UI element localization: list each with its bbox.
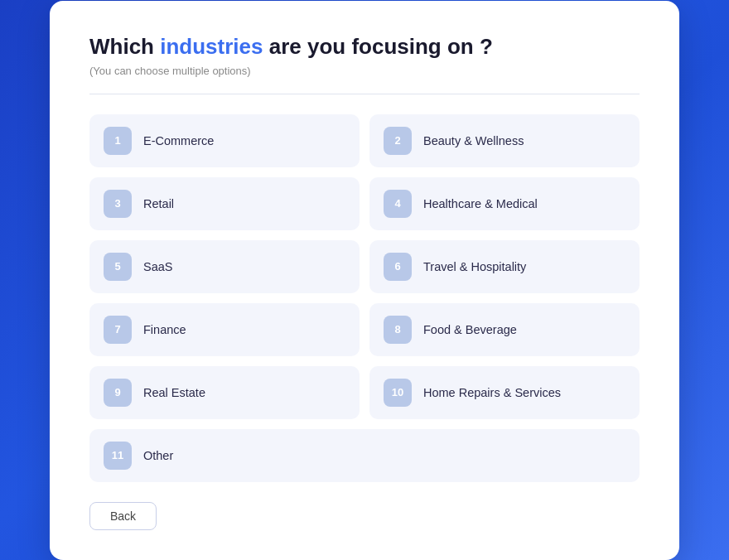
subtitle: (You can choose multiple options) [89, 65, 640, 77]
option-label-9: Real Estate [143, 386, 205, 399]
option-number-4: 4 [384, 190, 412, 218]
option-label-10: Home Repairs & Services [423, 386, 561, 399]
option-number-1: 1 [104, 127, 132, 155]
option-number-2: 2 [384, 127, 412, 155]
option-item-7[interactable]: 7Finance [89, 303, 360, 356]
option-item-6[interactable]: 6Travel & Hospitality [369, 240, 640, 293]
options-grid: 1E-Commerce2Beauty & Wellness3Retail4Hea… [89, 114, 640, 482]
option-label-3: Retail [143, 197, 174, 210]
title-plain: Which [89, 34, 160, 59]
main-card: Which industries are you focusing on ? (… [50, 1, 679, 560]
option-number-3: 3 [104, 190, 132, 218]
option-label-1: E-Commerce [143, 134, 214, 147]
option-label-4: Healthcare & Medical [423, 197, 538, 210]
option-number-8: 8 [384, 316, 412, 344]
title-highlight: industries [160, 34, 263, 59]
option-label-11: Other [143, 449, 173, 462]
option-item-5[interactable]: 5SaaS [89, 240, 360, 293]
option-label-6: Travel & Hospitality [423, 260, 526, 273]
back-button[interactable]: Back [89, 502, 157, 530]
option-label-2: Beauty & Wellness [423, 134, 524, 147]
option-label-7: Finance [143, 323, 186, 336]
option-item-8[interactable]: 8Food & Beverage [369, 303, 640, 356]
option-number-11: 11 [104, 442, 132, 470]
option-item-3[interactable]: 3Retail [89, 177, 360, 230]
option-item-9[interactable]: 9Real Estate [89, 366, 360, 419]
option-item-11[interactable]: 11Other [89, 429, 640, 482]
option-item-10[interactable]: 10Home Repairs & Services [369, 366, 640, 419]
option-number-5: 5 [104, 253, 132, 281]
option-number-10: 10 [384, 379, 412, 407]
page-title: Which industries are you focusing on ? [89, 34, 640, 60]
option-number-7: 7 [104, 316, 132, 344]
option-item-4[interactable]: 4Healthcare & Medical [369, 177, 640, 230]
divider [89, 94, 640, 94]
option-label-8: Food & Beverage [423, 323, 517, 336]
title-rest: are you focusing on ? [263, 34, 492, 59]
option-item-2[interactable]: 2Beauty & Wellness [369, 114, 640, 167]
option-item-1[interactable]: 1E-Commerce [89, 114, 360, 167]
option-label-5: SaaS [143, 260, 172, 273]
option-number-6: 6 [384, 253, 412, 281]
option-number-9: 9 [104, 379, 132, 407]
